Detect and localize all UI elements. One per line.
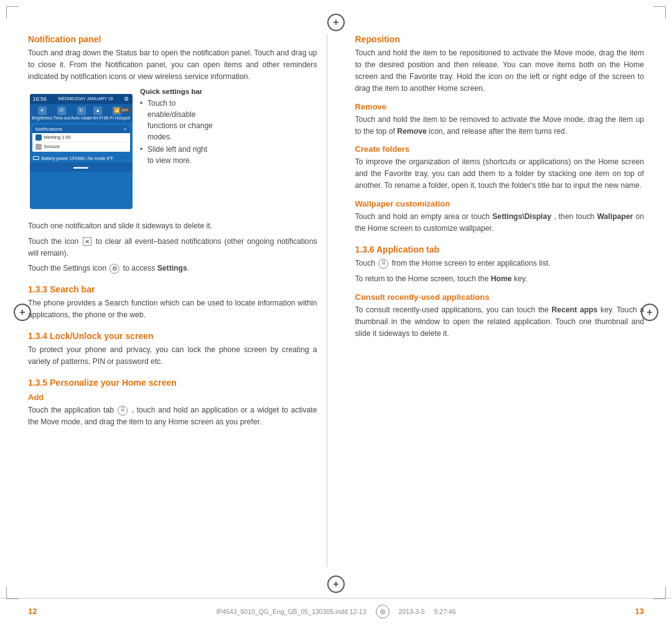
notification-panel-para1: Touch and drag down the Status bar to op… — [28, 47, 317, 83]
phone-quick-settings: ☀ Brightness ⏱ Time-out ↻ Auto rotate — [30, 104, 133, 123]
settings-gear-icon: ⚙ — [110, 264, 119, 274]
wifi-icon: ▲ — [93, 106, 102, 115]
callout-title: Quick settings bar — [140, 88, 215, 95]
battery-icon — [33, 156, 39, 160]
bullet-item-2: Slide left and right to view more. — [140, 144, 215, 166]
remove-section: Remove Touch and hold the item to be rem… — [355, 102, 645, 137]
footer-date: 2013-3-5 — [399, 608, 425, 615]
screenshot-container: 16:56 WEDNESDAY JANUARY 16 ⚙ ☀ Brightnes… — [28, 88, 317, 215]
search-bar-section: 1.3.3 Search bar The phone provides a Se… — [28, 284, 317, 321]
application-tab-para2: To return to the Home screen, touch the … — [355, 273, 645, 285]
reposition-heading: Reposition — [355, 34, 645, 44]
corner-mark-bl — [6, 587, 19, 599]
clear-notifications-icon: ✕ — [83, 237, 91, 246]
notif-item-snooze: Snooze — [32, 142, 130, 152]
phone-bottom-bar: ▬▬▬ — [30, 162, 133, 172]
quick-settings-bullets: Touch to enable/disable functions or cha… — [140, 98, 215, 166]
off-badge: OFF — [119, 108, 131, 113]
personalize-para: Touch the application tab ⠿ , touch and … — [28, 404, 317, 428]
wallpaper-section: Wallpaper customization Touch and hold a… — [355, 199, 645, 235]
qs-brightness: ☀ Brightness — [32, 106, 52, 120]
timeout-icon: ⏱ — [57, 106, 66, 115]
search-bar-para: The phone provides a Search function whi… — [28, 297, 317, 321]
lock-unlock-heading: 1.3.4 Lock/Unlock your screen — [28, 331, 317, 341]
compass-top — [327, 14, 345, 31]
qs-timeout: ⏱ Time-out — [53, 106, 70, 120]
phone-date: WEDNESDAY JANUARY 16 — [58, 96, 113, 101]
notif-item-meeting: Meeting 1:00 — [32, 133, 130, 142]
left-column: Notification panel Touch and drag down t… — [28, 34, 327, 567]
footer-file: IP4543_6010_QG_Eng_GB_05_130305.indd 12-… — [216, 608, 366, 615]
notif-header: Notifications × — [32, 125, 130, 133]
qs-auto: ↻ Auto rotate — [71, 106, 92, 120]
consult-heading: Consult recently-used applications — [355, 292, 645, 302]
footer-compass: ⊕ — [376, 605, 390, 618]
qs-wifi: ▲ Wi-Fi — [93, 106, 103, 120]
phone-screenshot: 16:56 WEDNESDAY JANUARY 16 ⚙ ☀ Brightnes… — [30, 94, 133, 209]
corner-mark-tl — [6, 6, 19, 19]
application-tab-heading: 1.3.6 Application tab — [355, 244, 645, 254]
notification-para4: Touch the Settings icon ⚙ to access Sett… — [28, 263, 317, 274]
consult-para: To consult recently-used applications, y… — [355, 304, 645, 340]
callout-box: Quick settings bar Touch to enable/disab… — [140, 88, 215, 169]
add-heading: Add — [28, 393, 317, 402]
phone-status-bar: 16:56 WEDNESDAY JANUARY 16 ⚙ — [30, 94, 133, 104]
wallpaper-heading: Wallpaper customization — [355, 199, 645, 208]
search-bar-heading: 1.3.3 Search bar — [28, 284, 317, 294]
remove-heading: Remove — [355, 102, 645, 111]
create-folders-para: To improve the organization of items (sh… — [355, 156, 645, 192]
phone-time: 16:56 — [33, 96, 47, 102]
reposition-para: Touch and hold the item to be reposition… — [355, 47, 645, 95]
corner-mark-br — [653, 587, 666, 599]
phone-battery: Battery power 13%Min. No mode 8°F — [30, 154, 133, 162]
app-grid-icon: ⠿ — [378, 259, 388, 269]
bullet-item-1: Touch to enable/disable functions or cha… — [140, 98, 215, 142]
lock-unlock-section: 1.3.4 Lock/Unlock your screen To protect… — [28, 331, 317, 368]
personalize-section: 1.3.5 Personalize your Home screen Add T… — [28, 378, 317, 428]
page-number-left: 12 — [28, 607, 37, 616]
compass-right — [641, 304, 658, 321]
notif-calendar-icon — [35, 134, 42, 141]
create-folders-heading: Create folders — [355, 144, 645, 154]
phone-notifications: Notifications × Meeting 1:00 Snooze — [32, 125, 130, 152]
page-container: Notification panel Touch and drag down t… — [0, 0, 672, 624]
create-folders-section: Create folders To improve the organizati… — [355, 144, 645, 192]
notification-panel-heading: Notification panel — [28, 34, 317, 44]
wallpaper-para: Touch and hold an empty area or touch Se… — [355, 211, 645, 235]
notification-panel-section: Notification panel Touch and drag down t… — [28, 34, 317, 274]
page-footer: 12 IP4543_6010_QG_Eng_GB_05_130305.indd … — [0, 598, 672, 624]
corner-mark-tr — [653, 6, 666, 19]
application-tab-para1: Touch ⠿ from the Home screen to enter ap… — [355, 258, 645, 269]
apps-grid-icon: ⠿ — [118, 406, 128, 416]
personalize-heading: 1.3.5 Personalize your Home screen — [28, 378, 317, 388]
phone-settings-icon: ⚙ — [124, 96, 129, 102]
auto-rotate-icon: ↻ — [77, 106, 86, 115]
notification-para2: Touch one notificaiton and slide it side… — [28, 220, 317, 232]
lock-unlock-para: To protect your phone and privacy, you c… — [28, 344, 317, 368]
footer-time: 9:27:46 — [434, 608, 456, 615]
application-tab-section: 1.3.6 Application tab Touch ⠿ from the H… — [355, 244, 645, 340]
compass-bottom — [327, 575, 345, 593]
notification-para3: Touch the icon ✕ to clear all event–base… — [28, 236, 317, 259]
compass-left — [14, 304, 31, 321]
page-number-right: 13 — [635, 607, 644, 616]
main-content: Notification panel Touch and drag down t… — [0, 0, 672, 598]
remove-para: Touch and hold the item to be removed to… — [355, 114, 645, 137]
right-column: Reposition Touch and hold the item to be… — [346, 34, 645, 567]
notif-alarm-icon — [35, 144, 42, 150]
reposition-section: Reposition Touch and hold the item to be… — [355, 34, 645, 95]
brightness-icon: ☀ — [38, 106, 47, 115]
footer-center: IP4543_6010_QG_Eng_GB_05_130305.indd 12-… — [216, 605, 455, 618]
